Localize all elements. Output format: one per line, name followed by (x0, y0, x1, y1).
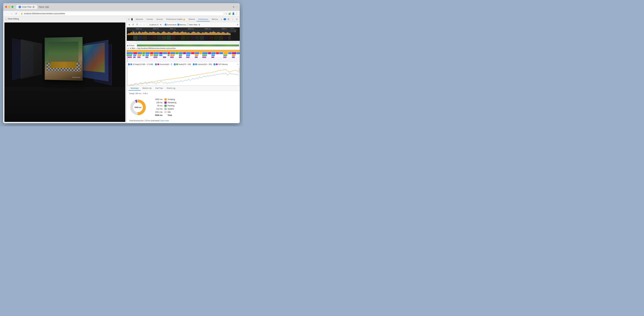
memory-toggle[interactable]: Memory (178, 24, 186, 26)
expand-arrow[interactable]: ▼ (128, 48, 129, 49)
screenshot-thumb[interactable] (171, 36, 176, 40)
tab-bottom-up[interactable]: Bottom-Up (140, 86, 153, 91)
svg-rect-10 (168, 52, 170, 54)
upload-button[interactable]: ↑ (140, 23, 142, 26)
reload-record-button[interactable]: ↺ (132, 23, 134, 26)
legend-listeners-checkbox[interactable] (193, 64, 194, 65)
tab-summary[interactable]: Summary (129, 86, 140, 91)
svg-rect-16 (191, 52, 194, 54)
screenshot-thumb[interactable] (152, 36, 157, 40)
svg-rect-20 (208, 52, 211, 54)
perf-settings-button[interactable]: ⚙ (237, 24, 238, 26)
web-vitals-toggle[interactable]: Web Vitals (187, 24, 198, 26)
screenshot-thumb[interactable] (219, 36, 223, 40)
reload-button[interactable]: ↺ (14, 12, 18, 15)
legend-documents[interactable]: Documents[6 – 7] (155, 64, 172, 65)
screenshot-thumb[interactable] (209, 36, 214, 40)
minimize-button[interactable] (8, 6, 10, 8)
screenshot-thumb[interactable] (157, 36, 162, 40)
legend-nodes-checkbox[interactable] (174, 64, 176, 65)
screenshot-thumb[interactable] (143, 36, 147, 40)
total-color (164, 114, 166, 116)
system-time: 112 ms (152, 108, 162, 110)
legend-documents-checkbox[interactable] (155, 64, 157, 65)
browser-settings-button[interactable]: ⋮ (236, 12, 238, 15)
screenshot-thumb[interactable] (195, 36, 199, 40)
scrollbar-thumb[interactable] (239, 68, 240, 73)
svg-rect-13 (179, 52, 183, 54)
record-button[interactable]: ● (128, 23, 130, 26)
download-button[interactable]: ↓ (143, 23, 145, 26)
bookmark-button[interactable]: ☆ (225, 12, 228, 15)
devtools-settings-button[interactable]: ⚙ (227, 18, 230, 21)
tab-performance-insights[interactable]: Performance insights 🔔 (165, 17, 186, 21)
devtools-close-button[interactable]: ✕ (235, 18, 238, 21)
screenshot-thumb[interactable] (181, 36, 185, 40)
screenshot-thumb[interactable] (214, 36, 218, 40)
legend-gpu-color (216, 64, 218, 65)
legend-js-heap[interactable]: JS Heap[12.8 MB – 17.8 MB] (128, 64, 153, 65)
legend-listeners[interactable]: Listeners[163 – 355] (193, 64, 212, 65)
legend-gpu-checkbox[interactable] (214, 64, 215, 65)
browser-menu-button[interactable]: ⋯ (236, 6, 238, 8)
screenshot-thumb[interactable] (190, 36, 194, 40)
new-tab-button[interactable]: New tab (38, 6, 50, 9)
svg-rect-47 (133, 57, 136, 58)
user-menu-button[interactable]: 👤 (232, 12, 235, 15)
tab-network[interactable]: Network (187, 17, 196, 21)
album-card-right2 (80, 40, 108, 81)
legend-gpu[interactable]: GPU Memory (214, 64, 228, 65)
screenshot-thumb[interactable] (166, 36, 171, 40)
blocking-time-row: Total blocking time: 3.37ms (estimated) … (129, 120, 237, 122)
show-debug-label[interactable]: Show Debug (5, 18, 19, 20)
legend-nodes[interactable]: Nodes[375 – 382] (174, 64, 191, 65)
browser-tab[interactable]: Cover Flow ✕ (16, 5, 37, 9)
screenshot-thumb[interactable] (224, 36, 228, 40)
screenshot-thumb[interactable] (162, 36, 166, 40)
timeline-selection[interactable] (132, 31, 232, 35)
svg-rect-29 (133, 55, 136, 56)
profile-button[interactable]: ⊕ (233, 6, 234, 8)
more-tabs-button[interactable]: » (220, 18, 223, 21)
tab-console[interactable]: Console (145, 17, 154, 21)
devtools-inspect-button[interactable]: ⊡ (128, 18, 130, 21)
screenshot-thumb[interactable] (138, 36, 142, 40)
screenshot-thumb[interactable] (186, 36, 190, 40)
screenshot-thumb[interactable] (200, 36, 204, 40)
devtools-kebab-button[interactable]: ⋮ (231, 18, 234, 21)
timer-button[interactable]: ⏱ (136, 23, 139, 26)
learn-more-link[interactable]: Learn more (160, 120, 169, 122)
tab-close-button[interactable]: ✕ (32, 6, 35, 8)
profile-selector[interactable]: localhost #1 (148, 23, 162, 26)
screenshots-toggle[interactable]: Screenshots (165, 24, 176, 26)
web-vitals-checkbox[interactable] (187, 24, 189, 26)
clear-button[interactable]: 🗑 (198, 24, 200, 26)
tab-elements[interactable]: Elements (134, 17, 144, 21)
maximize-button[interactable] (12, 6, 14, 8)
svg-rect-58 (223, 57, 226, 58)
legend-js-heap-checkbox[interactable] (128, 64, 130, 65)
screenshot-thumb[interactable] (204, 36, 209, 40)
screenshot-thumb[interactable] (148, 36, 152, 40)
extensions-button[interactable]: 🧩 (228, 12, 231, 15)
tab-sources[interactable]: Sources (155, 17, 164, 21)
screenshots-checkbox[interactable] (165, 24, 166, 26)
memory-scrollbar[interactable] (238, 67, 240, 85)
svg-rect-51 (163, 57, 166, 58)
frames-label[interactable]: ▶ Frames (128, 45, 137, 46)
scripting-color (164, 98, 166, 101)
address-bar[interactable]: 🔒 localhost:3000/demo/view-timeline-css/… (19, 12, 224, 16)
tab-memory[interactable]: Memory (210, 17, 220, 21)
back-button[interactable]: ← (5, 12, 8, 15)
memory-checkbox[interactable] (178, 24, 179, 26)
forward-button[interactable]: → (10, 12, 13, 15)
show-debug-checkbox[interactable] (5, 18, 7, 20)
screenshot-thumb[interactable] (133, 36, 138, 40)
devtools-device-button[interactable]: 📱 (131, 18, 133, 21)
tab-call-tree[interactable]: Call Tree (154, 86, 165, 91)
legend-scroll-btn[interactable]: ≡ (237, 63, 238, 65)
tab-event-log[interactable]: Event Log (165, 86, 177, 91)
close-button[interactable] (5, 6, 7, 8)
tab-performance[interactable]: Performance (197, 17, 210, 21)
screenshot-thumb[interactable] (176, 36, 180, 40)
